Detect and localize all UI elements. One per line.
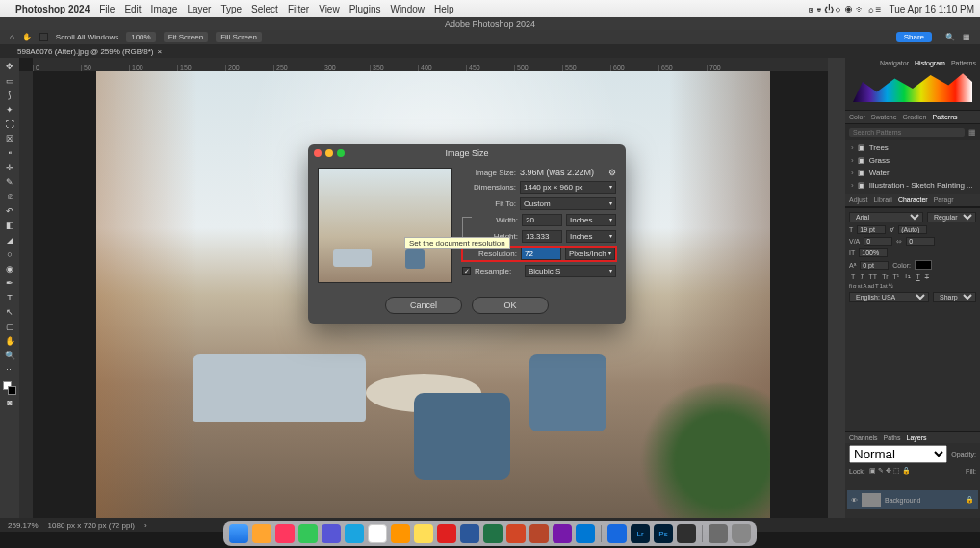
tracking-input[interactable]	[906, 237, 935, 246]
resolution-input[interactable]: 72	[521, 248, 561, 260]
font-size-input[interactable]	[857, 225, 886, 234]
dock-app[interactable]	[553, 524, 572, 543]
dock-app[interactable]	[506, 524, 526, 543]
lock-icons[interactable]: ▣ ✎ ✥ ⬚ 🔒	[869, 467, 911, 475]
dock-app[interactable]	[576, 524, 595, 543]
fill-screen-button[interactable]: Fill Screen	[216, 32, 262, 42]
search-patterns-input[interactable]	[849, 128, 965, 137]
eraser-tool[interactable]: ◧	[2, 219, 17, 232]
edit-toolbar[interactable]: ⋯	[2, 363, 17, 377]
tab-paths[interactable]: Paths	[884, 434, 901, 441]
status-icons[interactable]: ▣ ⌨ ⏻ ⊙ ⦿ ᯤ ⌕ ≡	[809, 4, 881, 14]
resample-checkbox[interactable]: ✓	[462, 267, 471, 275]
menu-plugins[interactable]: Plugins	[349, 4, 381, 14]
text-color-swatch[interactable]	[915, 260, 932, 270]
eyedropper-tool[interactable]: ⁌	[2, 146, 17, 160]
gear-icon[interactable]: ⚙	[608, 168, 616, 177]
tab-gradients[interactable]: Gradien	[903, 114, 927, 120]
lock-icon[interactable]: 🔒	[966, 496, 974, 504]
kerning-input[interactable]	[864, 237, 892, 246]
clock[interactable]: Tue Apr 16 1:10 PM	[889, 4, 974, 14]
stamp-tool[interactable]: ⎚	[2, 190, 17, 203]
zoom-level[interactable]: 100%	[126, 32, 155, 42]
path-tool[interactable]: ↖	[2, 305, 17, 319]
dock-app[interactable]	[677, 524, 696, 543]
dock-app[interactable]	[322, 524, 341, 543]
shape-tool[interactable]: ▢	[2, 320, 17, 333]
frame-tool[interactable]: ☒	[2, 132, 17, 145]
dock-app[interactable]	[709, 524, 728, 543]
share-button[interactable]: Share	[896, 32, 932, 42]
baseline-input[interactable]	[860, 261, 889, 270]
layer-thumbnail[interactable]	[862, 493, 881, 507]
dock-app[interactable]	[607, 524, 627, 543]
bold-button[interactable]: T	[849, 274, 857, 280]
scroll-all-checkbox[interactable]	[39, 33, 48, 41]
zoom-tool[interactable]: 🔍	[2, 349, 17, 362]
dock-app[interactable]	[368, 524, 387, 543]
dock-app[interactable]	[529, 524, 549, 543]
tab-patterns[interactable]: Patterns	[951, 60, 976, 66]
vscale-input[interactable]	[859, 248, 888, 257]
dock-app[interactable]: Lr	[631, 524, 650, 543]
minimize-icon[interactable]	[325, 149, 333, 157]
menu-file[interactable]: File	[99, 4, 115, 14]
search-icon[interactable]: 🔍	[945, 33, 955, 41]
tree-item[interactable]: ›▣Grass	[845, 154, 980, 167]
dock-app[interactable]	[275, 524, 295, 543]
menu-view[interactable]: View	[319, 4, 340, 14]
document-tab[interactable]: 598A6076 (After).jpg @ 259% (RGB/8*) ×	[12, 47, 168, 56]
font-family-select[interactable]: Arial	[849, 212, 923, 222]
pen-tool[interactable]: ✒	[2, 276, 17, 290]
maximize-icon[interactable]	[337, 149, 345, 157]
resolution-unit-select[interactable]: Pixels/Inch	[565, 248, 615, 260]
leading-input[interactable]	[898, 225, 927, 234]
tab-paragraph[interactable]: Paragr	[934, 196, 954, 203]
app-menu[interactable]: Photoshop 2024	[15, 4, 90, 14]
history-brush-tool[interactable]: ↶	[2, 204, 17, 218]
visibility-icon[interactable]: 👁	[851, 497, 858, 504]
tab-character[interactable]: Character	[898, 196, 928, 203]
marquee-tool[interactable]: ▭	[2, 74, 17, 88]
workspace-icon[interactable]: ▦	[963, 33, 970, 41]
menu-filter[interactable]: Filter	[288, 4, 309, 14]
tab-color[interactable]: Color	[849, 114, 865, 120]
dock-app[interactable]	[437, 524, 456, 543]
dock-app[interactable]	[298, 524, 318, 543]
tab-layers[interactable]: Layers	[906, 434, 926, 441]
color-swatches[interactable]	[3, 381, 16, 395]
wand-tool[interactable]: ✦	[2, 103, 17, 117]
width-unit-select[interactable]: Inches	[566, 214, 616, 226]
fit-to-select[interactable]: Custom	[520, 197, 616, 210]
quickmask-tool[interactable]: ◙	[2, 396, 17, 409]
menu-help[interactable]: Help	[434, 4, 454, 14]
dock-app[interactable]	[414, 524, 433, 543]
collapsed-panel-strip[interactable]	[828, 58, 845, 518]
dock-app[interactable]	[483, 524, 503, 543]
hand-tool[interactable]: ✋	[2, 334, 17, 348]
menu-type[interactable]: Type	[220, 4, 242, 14]
dimensions-value[interactable]: 1440 px × 960 px	[520, 181, 616, 194]
brush-tool[interactable]: ✎	[2, 175, 17, 189]
lasso-tool[interactable]: ⟆	[2, 89, 17, 102]
cancel-button[interactable]: Cancel	[385, 297, 462, 314]
height-input[interactable]: 13.333	[522, 230, 562, 243]
menu-edit[interactable]: Edit	[124, 4, 141, 14]
close-tab-icon[interactable]: ×	[158, 47, 163, 56]
dock-app[interactable]	[345, 524, 364, 543]
dock-app[interactable]: Ps	[654, 524, 673, 543]
move-tool[interactable]: ✥	[2, 60, 17, 73]
blend-mode-select[interactable]: Normal	[849, 445, 947, 463]
tree-item[interactable]: ›▣Water	[845, 167, 980, 179]
tab-histogram[interactable]: Histogram	[915, 60, 945, 66]
lang-select[interactable]: English: USA	[849, 292, 929, 302]
ok-button[interactable]: OK	[472, 297, 549, 314]
dock-app[interactable]	[391, 524, 410, 543]
dialog-titlebar[interactable]: Image Size	[308, 144, 626, 162]
dock-app[interactable]	[229, 524, 248, 543]
menu-image[interactable]: Image	[151, 4, 178, 14]
hand-tool-icon[interactable]: ✋	[22, 33, 32, 41]
dock-app[interactable]	[252, 524, 271, 543]
font-style-select[interactable]: Regular	[927, 212, 976, 222]
dialog-preview[interactable]	[318, 168, 452, 283]
